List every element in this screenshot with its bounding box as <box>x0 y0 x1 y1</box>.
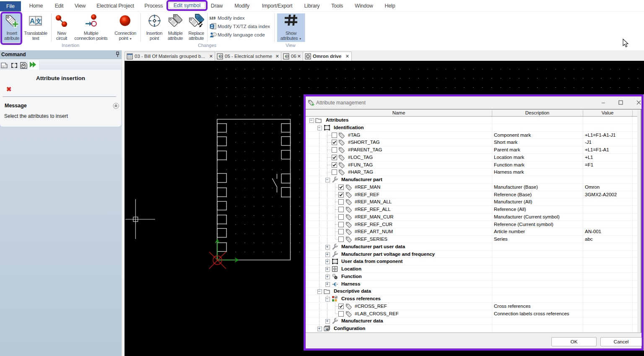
svg-text:文: 文 <box>35 18 42 25</box>
svg-text:A: A <box>30 17 35 25</box>
